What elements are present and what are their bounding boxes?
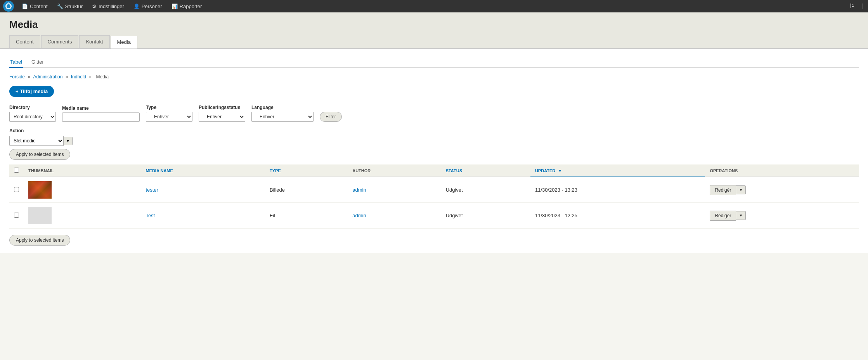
nav-personer[interactable]: 👤 Personer <box>130 2 166 11</box>
rapporter-nav-icon: 📊 <box>172 3 178 9</box>
filter-media-name-input[interactable] <box>62 112 140 122</box>
filter-row: Directory Root directory Media name Type… <box>9 105 859 122</box>
row2-status-cell: Udgivet <box>441 203 530 228</box>
tab-media[interactable]: Media <box>111 36 137 48</box>
view-tabs: Tabel Gitter <box>9 57 859 68</box>
row1-author-cell: admin <box>348 177 441 203</box>
breadcrumb-administration[interactable]: Administration <box>33 74 62 80</box>
row1-checkbox-cell <box>9 177 24 203</box>
vertical-divider-icon: | <box>860 1 865 11</box>
row2-checkbox[interactable] <box>14 213 19 218</box>
row1-edit-button-group: Redigér ▼ <box>710 185 746 195</box>
table-header-row: THUMBNAIL MEDIA NAME TYPE AUTHOR STATUS <box>9 164 859 177</box>
table-header-updated[interactable]: UPDATED ▼ <box>530 164 705 177</box>
row1-updated: 11/30/2023 - 13:23 <box>535 187 577 193</box>
row1-edit-dropdown[interactable]: ▼ <box>736 185 746 194</box>
breadcrumb: Forside » Administration » Indhold » Med… <box>9 74 859 80</box>
nav-content[interactable]: 📄 Content <box>18 2 52 11</box>
struktur-nav-icon: 🔧 <box>57 3 63 9</box>
table-header-media-name[interactable]: MEDIA NAME <box>141 164 265 177</box>
row2-edit-button[interactable]: Redigér <box>710 211 736 221</box>
row2-edit-button-group: Redigér ▼ <box>710 211 746 221</box>
row1-type: Billede <box>270 187 285 193</box>
filter-type-label: Type <box>146 105 192 110</box>
row1-operations-cell: Redigér ▼ <box>705 177 859 203</box>
view-tab-gitter[interactable]: Gitter <box>31 57 45 68</box>
row2-thumbnail-cell <box>24 203 141 228</box>
page-wrapper: Media Content Comments Kontakt Media Tab… <box>0 12 868 360</box>
nav-struktur-label: Struktur <box>65 3 83 9</box>
row1-thumbnail-cell <box>24 177 141 203</box>
apply-to-selected-top[interactable]: Apply to selected items <box>9 149 70 160</box>
action-label: Action <box>9 128 859 133</box>
table-header-operations: OPERATIONS <box>705 164 859 177</box>
page-title: Media <box>9 19 859 31</box>
row1-thumbnail <box>28 181 52 199</box>
filter-button[interactable]: Filter <box>320 112 342 122</box>
filter-group-type: Type – Enhver – <box>146 105 192 122</box>
row1-updated-cell: 11/30/2023 - 13:23 <box>530 177 705 203</box>
breadcrumb-forside[interactable]: Forside <box>9 74 25 80</box>
content-tabs: Content Comments Kontakt Media <box>9 35 859 48</box>
filter-group-language: Language – Enhver – <box>251 105 314 122</box>
row2-author-link[interactable]: admin <box>352 213 366 218</box>
filter-language-label: Language <box>251 105 314 110</box>
top-nav-right: 🏳 | <box>848 1 865 11</box>
filter-publicering-select[interactable]: – Enhver – <box>199 112 245 122</box>
table-header-checkbox <box>9 164 24 177</box>
add-media-button[interactable]: + Tilføj media <box>9 86 54 97</box>
nav-content-label: Content <box>30 3 48 9</box>
filter-directory-select[interactable]: Root directory <box>9 112 56 122</box>
tab-comments[interactable]: Comments <box>41 35 79 48</box>
table-row: Test Fil admin Udgivet 11/30/2023 - 12:2… <box>9 203 859 228</box>
nav-personer-label: Personer <box>142 3 162 9</box>
row1-author-link[interactable]: admin <box>352 187 366 193</box>
row1-edit-button[interactable]: Redigér <box>710 185 736 195</box>
nav-struktur[interactable]: 🔧 Struktur <box>53 2 87 11</box>
row1-type-cell: Billede <box>265 177 348 203</box>
breadcrumb-sep-3: » <box>89 74 93 80</box>
row2-operations-cell: Redigér ▼ <box>705 203 859 228</box>
row2-media-name-cell: Test <box>141 203 265 228</box>
action-arrow-button[interactable]: ▼ <box>64 137 73 145</box>
row2-media-name-link[interactable]: Test <box>146 213 155 218</box>
row1-status: Udgivet <box>446 187 463 193</box>
personer-nav-icon: 👤 <box>133 3 140 9</box>
action-row: Action Slet medie ▼ Apply to selected it… <box>9 128 859 160</box>
select-all-checkbox[interactable] <box>14 168 19 173</box>
filter-group-media-name: Media name <box>62 106 140 122</box>
breadcrumb-indhold[interactable]: Indhold <box>71 74 86 80</box>
filter-group-publicering: Publiceringsstatus – Enhver – <box>199 105 245 122</box>
main-content: Tabel Gitter Forside » Administration » … <box>0 48 868 253</box>
filter-group-directory: Directory Root directory <box>9 105 56 122</box>
page-title-bar: Media Content Comments Kontakt Media <box>0 12 868 48</box>
table-header-status[interactable]: STATUS <box>441 164 530 177</box>
nav-indstillinger[interactable]: ⚙ Indstillinger <box>88 2 128 11</box>
filter-media-name-label: Media name <box>62 106 140 111</box>
row1-status-cell: Udgivet <box>441 177 530 203</box>
row1-media-name-cell: tester <box>141 177 265 203</box>
row1-checkbox[interactable] <box>14 187 19 192</box>
tab-kontakt[interactable]: Kontakt <box>79 35 109 48</box>
table-header-type[interactable]: TYPE <box>265 164 348 177</box>
row2-edit-dropdown[interactable]: ▼ <box>736 211 746 220</box>
filter-directory-label: Directory <box>9 105 56 110</box>
filter-publicering-label: Publiceringsstatus <box>199 105 245 110</box>
top-navigation: 📄 Content 🔧 Struktur ⚙ Indstillinger 👤 P… <box>0 0 868 12</box>
flag-icon[interactable]: 🏳 <box>848 1 857 11</box>
nav-rapporter[interactable]: 📊 Rapporter <box>168 2 206 11</box>
app-logo[interactable] <box>3 1 14 12</box>
breadcrumb-current: Media <box>96 74 109 80</box>
filter-type-select[interactable]: – Enhver – <box>146 112 192 122</box>
filter-language-select[interactable]: – Enhver – <box>251 112 314 122</box>
nav-rapporter-label: Rapporter <box>180 3 202 9</box>
action-select[interactable]: Slet medie <box>9 136 64 146</box>
row2-thumbnail <box>28 207 52 224</box>
apply-bottom-container: Apply to selected items <box>9 235 859 246</box>
apply-to-selected-bottom[interactable]: Apply to selected items <box>9 235 70 246</box>
tab-content[interactable]: Content <box>9 35 40 48</box>
row1-media-name-link[interactable]: tester <box>146 187 158 193</box>
view-tab-tabel[interactable]: Tabel <box>9 57 23 68</box>
indstillinger-nav-icon: ⚙ <box>92 3 97 9</box>
content-nav-icon: 📄 <box>22 3 28 9</box>
